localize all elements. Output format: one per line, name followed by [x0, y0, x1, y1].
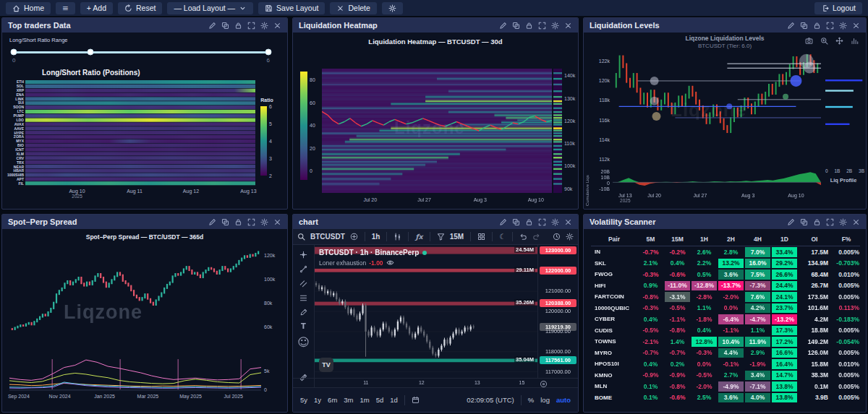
gear-icon[interactable] — [551, 22, 559, 30]
zoom-in-icon[interactable] — [820, 37, 828, 45]
scanner-row[interactable]: HPOS10I0.4%0.2%0.0%-0.1%-1.9%16.4%15.8M0… — [591, 358, 860, 370]
trendline-icon[interactable] — [299, 265, 307, 273]
scanner-row[interactable]: 10000QUBIC-0.3%-0.5%1.1%0.0%4.2%23.7%101… — [591, 303, 860, 314]
chart-type-icon[interactable] — [393, 233, 401, 241]
lock-icon[interactable] — [234, 22, 242, 30]
duplicate-icon[interactable] — [512, 218, 520, 226]
duplicate-icon[interactable] — [221, 22, 229, 30]
scanner-row[interactable]: MYRO-0.7%-0.7%-0.3%4.4%2.9%16.6%126.0M0.… — [591, 348, 860, 359]
camera-icon[interactable] — [805, 37, 813, 45]
interval-button[interactable]: 1h — [372, 233, 380, 241]
ls-heatmap-canvas[interactable] — [25, 80, 255, 186]
panel-header[interactable]: Top traders Data — [2, 18, 287, 33]
add-button[interactable]: + Add — [80, 2, 113, 14]
tv-legend[interactable]: BTCUSDT · 1h · BinancePerp — [319, 249, 427, 256]
range-1y[interactable]: 1y — [314, 396, 321, 404]
edit-icon[interactable] — [787, 218, 795, 226]
edit-icon[interactable] — [499, 218, 507, 226]
menu-button[interactable]: ≡ — [56, 2, 75, 14]
range-slider[interactable] — [14, 48, 268, 56]
close-icon[interactable] — [273, 218, 281, 226]
gear-icon[interactable] — [260, 22, 268, 30]
expand-icon[interactable] — [826, 218, 834, 226]
edit-icon[interactable] — [787, 22, 795, 30]
panel-header[interactable]: Volatility Scanner — [584, 215, 866, 229]
delete-button[interactable]: Delete — [330, 2, 376, 14]
slider-handle-max[interactable] — [265, 49, 272, 56]
lock-icon[interactable] — [813, 22, 821, 30]
duplicate-icon[interactable] — [800, 218, 808, 226]
expand-icon[interactable] — [538, 22, 546, 30]
gear-icon[interactable] — [551, 218, 559, 226]
ll-main-canvas[interactable] — [613, 47, 821, 167]
tv-indicator-row[interactable]: Loner exhaustion -1.00 — [319, 259, 394, 267]
slider-handle-mid[interactable] — [87, 49, 93, 56]
scanner-row[interactable]: SKL2.1%0.4%2.2%13.2%16.0%29.2%134.9M-0.7… — [591, 258, 860, 269]
tv-price-scale[interactable]: 123000.00122000.00121000.00120388.001200… — [537, 245, 578, 378]
gear-icon[interactable] — [260, 218, 268, 226]
panel-header[interactable]: Liquidation Levels — [584, 18, 866, 33]
range-1m[interactable]: 1m — [360, 396, 370, 404]
duplicate-icon[interactable] — [221, 218, 229, 226]
close-icon[interactable] — [852, 218, 860, 226]
log-scale-button[interactable]: log — [540, 396, 550, 404]
panel-header[interactable]: Spot–Perp Spread — [2, 215, 287, 229]
col-header[interactable]: 5M — [637, 232, 664, 246]
save-layout-button[interactable]: Save Layout — [258, 2, 325, 14]
duplicate-icon[interactable] — [512, 22, 520, 30]
close-icon[interactable] — [564, 218, 572, 226]
gear-icon[interactable] — [839, 218, 847, 226]
add-symbol-icon[interactable] — [350, 233, 358, 241]
liq-heatmap-canvas[interactable] — [322, 69, 552, 193]
expand-icon[interactable] — [247, 218, 255, 226]
clock-label[interactable]: 02:09:05 (UTC) — [467, 396, 514, 404]
scanner-row[interactable]: CYBER0.4%-1.1%-1.8%-6.4%-4.7%-13.2%4.2M-… — [591, 314, 860, 325]
auto-scale-button[interactable]: auto — [556, 396, 571, 404]
load-layout-select[interactable]: — Load Layout — — [167, 2, 253, 14]
home-button[interactable]: Home — [6, 2, 51, 14]
gear-icon[interactable] — [839, 22, 847, 30]
lock-icon[interactable] — [234, 218, 242, 226]
scanner-row[interactable]: CUDIS-0.5%-0.8%0.4%-1.1%1.1%17.3%18.8M0.… — [591, 325, 860, 337]
edit-icon[interactable] — [208, 22, 216, 30]
dark-mode-icon[interactable]: ☾ — [499, 233, 506, 241]
layout-grid-icon[interactable] — [477, 233, 485, 241]
close-icon[interactable] — [852, 22, 860, 30]
lock-icon[interactable] — [525, 22, 533, 30]
scanner-row[interactable]: MLN0.1%-0.8%-2.0%-4.9%-7.1%13.8%0.1M0.00… — [591, 381, 860, 392]
brush-icon[interactable] — [299, 309, 307, 316]
range-5y[interactable]: 5y — [300, 396, 307, 404]
expand-icon[interactable] — [538, 218, 546, 226]
emoji-tool-icon[interactable]: ☺ — [297, 337, 310, 348]
scanner-row[interactable]: FARTCOIN-0.8%-3.1%-2.8%-2.0%7.6%24.1%173… — [591, 291, 860, 303]
undo-icon[interactable] — [519, 233, 527, 241]
scanner-row[interactable]: IN-0.7%-0.2%2.6%2.8%7.0%33.4%17.5M0.005% — [591, 246, 860, 258]
col-header[interactable]: F% — [831, 232, 860, 246]
settings-icon[interactable] — [566, 233, 574, 241]
filter-icon[interactable] — [437, 233, 445, 241]
slider-track[interactable] — [14, 51, 268, 53]
duplicate-icon[interactable] — [800, 22, 808, 30]
range-3m[interactable]: 3m — [344, 396, 353, 404]
col-header[interactable]: 1H — [691, 232, 718, 246]
reset-button[interactable]: Reset — [118, 2, 162, 14]
expand-icon[interactable] — [247, 22, 255, 30]
col-header[interactable]: 15M — [664, 232, 691, 246]
pan-icon[interactable] — [835, 37, 843, 45]
range-6m[interactable]: 6m — [328, 396, 337, 404]
col-header[interactable]: 4H — [744, 232, 771, 246]
logout-button[interactable]: Logout — [814, 2, 862, 14]
scanner-row[interactable]: FWOG-0.3%-0.6%0.5%3.6%7.5%26.6%68.4M0.01… — [591, 269, 860, 280]
col-header[interactable]: 1D — [771, 232, 798, 246]
calendar-icon[interactable] — [412, 396, 420, 404]
indicators-icon[interactable]: ƒx — [415, 233, 422, 241]
redo-icon[interactable] — [532, 233, 540, 241]
close-icon[interactable] — [273, 22, 281, 30]
range-1d[interactable]: 1d — [390, 396, 398, 404]
text-tool-icon[interactable]: T — [301, 323, 306, 330]
range-5d[interactable]: 5d — [376, 396, 384, 404]
scanner-row[interactable]: KMNO-0.9%-0.9%-0.5%2.7%3.4%14.7%38.3M0.0… — [591, 370, 860, 381]
col-header[interactable]: 2H — [718, 232, 744, 246]
slider-handle-min[interactable] — [11, 49, 17, 56]
edit-icon[interactable] — [208, 218, 216, 226]
